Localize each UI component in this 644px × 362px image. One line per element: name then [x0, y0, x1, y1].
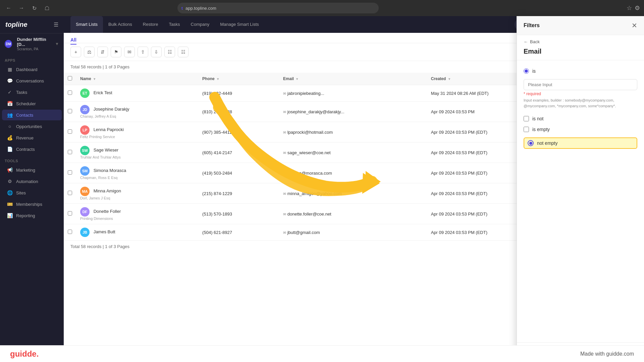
upload-button[interactable]: ⇧ [138, 47, 148, 57]
contact-name[interactable]: Lenna Paprocki [94, 127, 124, 132]
sidebar-item-reporting[interactable]: 📊 Reporting [2, 210, 62, 221]
filter-checkbox-is-not[interactable] [524, 116, 529, 121]
filter-radio-not-empty[interactable] [528, 140, 534, 146]
address-bar[interactable]: t app.topline.com [177, 3, 379, 13]
browser-chrome: ← → ↻ ☖ t app.topline.com ☆ ⚙ [0, 0, 644, 16]
tab-bulk-actions[interactable]: Bulk Actions [103, 16, 138, 33]
sidebar-item-sites[interactable]: 🌐 Sites [2, 187, 62, 198]
refresh-button[interactable]: ↻ [30, 3, 39, 13]
tab-tasks[interactable]: Tasks [163, 16, 185, 33]
sidebar-item-opportunities[interactable]: ○ Opportunities [2, 121, 62, 132]
filter-radio-is[interactable] [524, 68, 529, 74]
columns-button[interactable]: ☷ [178, 47, 189, 57]
sidebar-item-dashboard[interactable]: ▦ Dashboard [2, 64, 62, 75]
email-button[interactable]: ✉ [124, 47, 135, 57]
sidebar-item-conversations[interactable]: 💬 Conversations [2, 75, 62, 86]
contact-name[interactable]: Simona Morasca [94, 168, 126, 173]
filter-option-is-empty[interactable]: is empty [524, 124, 637, 135]
row-checkbox[interactable] [68, 211, 72, 216]
sidebar-toggle-icon[interactable]: ☰ [54, 21, 58, 28]
home-button[interactable]: ☖ [42, 3, 52, 13]
app-logo: topline [5, 21, 28, 28]
back-button[interactable]: ← [4, 3, 13, 13]
tab-all[interactable]: All [70, 37, 76, 45]
flag-button[interactable]: ⚑ [111, 47, 121, 57]
filter-option-not-empty[interactable]: not empty [524, 137, 637, 149]
cell-name: JD Josephine Darakjy Chanay, Jeffrey A E… [76, 102, 198, 122]
filter-input[interactable] [528, 82, 633, 87]
sidebar-item-marketing[interactable]: 📢 Marketing [2, 165, 62, 175]
tab-restore[interactable]: Restore [138, 16, 164, 33]
contact-name[interactable]: Sage Wieser [94, 147, 118, 153]
sidebar-item-label: Sites [16, 190, 26, 195]
forward-button[interactable]: → [17, 3, 26, 13]
select-all-checkbox[interactable] [68, 76, 72, 80]
filter-option-is-not[interactable]: is not [524, 113, 637, 124]
contact-name[interactable]: Erick Test [94, 90, 112, 95]
row-checkbox[interactable] [68, 129, 72, 134]
row-checkbox[interactable] [68, 170, 72, 175]
sidebar-item-label: Conversations [16, 78, 44, 83]
row-checkbox[interactable] [68, 191, 72, 195]
row-checkbox[interactable] [68, 109, 72, 113]
row-checkbox[interactable] [68, 150, 72, 154]
contact-sub: Chanay, Jeffrey A Esq [80, 114, 194, 118]
contact-avatar: JB [80, 228, 90, 237]
tasks-icon: ✓ [7, 89, 13, 95]
tab-restore-label: Restore [143, 22, 158, 27]
filter-body: is required Input examples, builder : so… [517, 60, 644, 342]
cell-name: DF Donette Foller Printing Dimensions [76, 204, 198, 224]
tab-company[interactable]: Company [185, 16, 215, 33]
sidebar-item-label: Marketing [16, 168, 35, 173]
sidebar-item-scheduler[interactable]: 📅 Scheduler [2, 98, 62, 109]
filter-button[interactable]: ⚖ [84, 47, 95, 57]
filter-checkbox-is-empty[interactable] [524, 127, 529, 132]
contact-sub: Chapman, Ross E Esq [80, 176, 194, 180]
tab-company-label: Company [191, 22, 210, 27]
workspace-avatar: DM [5, 40, 12, 48]
contact-name[interactable]: Minna Amigon [94, 188, 121, 193]
filter-close-button[interactable]: ✕ [632, 21, 637, 29]
created-sort-icon[interactable]: ▾ [448, 77, 450, 81]
contact-avatar: SW [80, 146, 90, 155]
cell-phone: (907) 385-4412 [198, 122, 279, 142]
add-button[interactable]: + [70, 47, 81, 57]
contact-avatar: SM [80, 166, 90, 176]
sidebar-item-memberships[interactable]: 🎫 Memberships [2, 199, 62, 209]
email-sort-icon[interactable]: ▾ [296, 77, 298, 81]
filter-option-is-label: is [532, 68, 536, 74]
more-button[interactable]: ☷ [164, 47, 175, 57]
back-arrow-icon: ← [524, 39, 528, 44]
sort-button[interactable]: ⇵ [97, 47, 108, 57]
bookmark-icon[interactable]: ☆ [627, 4, 632, 12]
sidebar-item-contracts[interactable]: 📄 Contracts [2, 144, 62, 155]
filter-option-not-empty-label: not empty [537, 140, 557, 146]
filter-back[interactable]: ← Back [517, 35, 644, 46]
page-favicon: t [181, 6, 183, 11]
row-checkbox[interactable] [68, 90, 72, 95]
filter-option-is[interactable]: is [524, 66, 637, 76]
sidebar-item-label: Dashboard [16, 67, 38, 72]
phone-sort-icon[interactable]: ▾ [217, 77, 219, 81]
extensions-icon[interactable]: ⚙ [635, 4, 640, 12]
sidebar-item-contacts[interactable]: 👥 Contacts [2, 110, 62, 120]
download-button[interactable]: ⇩ [151, 47, 162, 57]
contact-name[interactable]: Josephine Darakjy [94, 107, 129, 112]
contact-name[interactable]: Donette Foller [94, 209, 121, 214]
sidebar-item-tasks[interactable]: ✓ Tasks [2, 87, 62, 98]
automation-icon: ⚙ [7, 179, 13, 184]
row-checkbox[interactable] [68, 230, 72, 234]
name-sort-icon[interactable]: ▾ [94, 77, 95, 81]
sidebar-item-label: Opportunities [16, 124, 42, 129]
tab-smart-lists[interactable]: Smart Lists [70, 16, 103, 33]
contact-name[interactable]: James Butt [94, 229, 115, 234]
cell-name: ET Erick Test [76, 85, 198, 102]
col-phone: Phone ▾ [198, 73, 279, 85]
filter-radio-inner [529, 142, 532, 145]
tab-manage-smart-lists[interactable]: Manage Smart Lists [215, 16, 264, 33]
reporting-icon: 📊 [7, 213, 13, 218]
workspace-selector[interactable]: DM Dunder Mifflin [D... Scranton, PA ▼ [0, 34, 64, 54]
sidebar-item-automation[interactable]: ⚙ Automation [2, 176, 62, 187]
filter-input-wrapper[interactable] [524, 79, 637, 90]
sidebar-item-revenue[interactable]: 💰 Revenue [2, 132, 62, 143]
